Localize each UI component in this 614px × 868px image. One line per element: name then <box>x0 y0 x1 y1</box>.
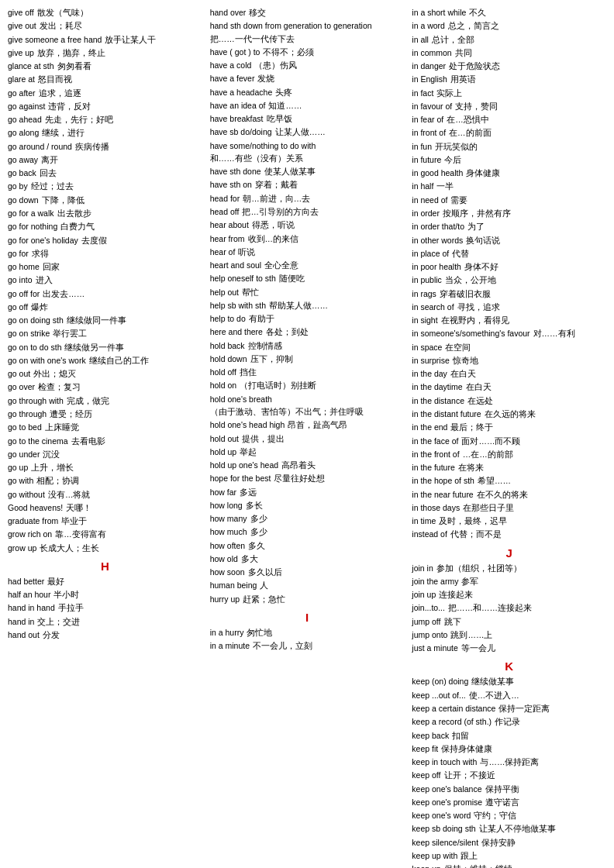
phrase-zh: 穿着；戴着 <box>255 178 298 191</box>
phrase-en: hold one's head high <box>210 418 285 431</box>
list-item: keep silence/silent保持安静 <box>412 836 606 849</box>
phrase-zh: 开玩笑似的 <box>435 140 478 153</box>
phrase-en: in a minute <box>210 639 250 652</box>
list-item: in place of代替 <box>412 247 606 260</box>
phrase-en: have a headache <box>210 86 273 98</box>
phrase-en: how long <box>210 499 243 512</box>
phrase-zh: 不久 <box>469 6 486 19</box>
list-item: in a hurry匆忙地 <box>210 626 405 639</box>
phrase-zh: 外出；熄灭 <box>33 367 76 380</box>
phrase-zh: 在不久的将来 <box>477 488 528 501</box>
phrase-zh: 发出；耗尽 <box>40 19 82 32</box>
phrase-zh: 代替 <box>452 247 469 260</box>
list-item: how much多少 <box>210 525 405 538</box>
phrase-zh: 去看电影 <box>71 435 105 447</box>
list-item: have a headache头疼 <box>210 86 405 98</box>
phrase-en: hold out <box>210 432 239 445</box>
list-item: go with相配；协调 <box>8 474 202 487</box>
list-item: go on strike举行罢工 <box>8 327 202 339</box>
phrase-zh: 昂首，趾高气昂 <box>288 418 347 431</box>
phrase-en: go ahead <box>8 113 42 126</box>
phrase-zh: 等一会儿 <box>461 642 495 654</box>
phrase-zh: （患）伤风 <box>254 59 297 71</box>
list-item: in those days在那些日子里 <box>412 501 606 514</box>
phrase-en: go away <box>8 153 38 166</box>
phrase-en: in the near future <box>412 488 473 501</box>
phrase-en: go into <box>8 274 33 286</box>
phrase-zh: 各处；到处 <box>266 326 309 338</box>
phrase-en: go on strike <box>8 327 50 339</box>
list-item: hold up举起 <box>210 446 405 458</box>
phrase-en: go on with one's work <box>8 354 86 367</box>
phrase-zh: 长成大人；生长 <box>40 542 99 554</box>
phrase-zh: 把……和……连接起来 <box>448 601 532 614</box>
list-item: have breakfast吃早饭 <box>210 112 405 125</box>
phrase-zh: 先走，先行；好吧 <box>45 113 113 126</box>
phrase-zh: 放弃，抛弃，终止 <box>37 46 105 59</box>
list-item: keep up with跟上 <box>412 849 606 862</box>
list-item: how long多长 <box>210 499 405 512</box>
phrase-zh: 共同 <box>455 46 472 59</box>
phrase-zh: 去度假 <box>81 234 107 246</box>
list-item: hold up one's head高昂着头 <box>210 459 405 471</box>
phrase-en: have a cold <box>210 59 252 71</box>
phrase-en: in fun <box>412 140 432 153</box>
phrase-zh: 交上；交进 <box>37 615 80 628</box>
phrase-en: go home <box>8 260 40 273</box>
list-item: keep one's promise遵守诺言 <box>412 796 606 808</box>
phrase-zh: 在视野内，看得见 <box>441 314 509 326</box>
phrase-en: keep back <box>412 729 449 742</box>
list-item: go around / round疾病传播 <box>8 140 202 153</box>
phrase-en: in fear of <box>412 113 443 126</box>
phrase-zh: 总计，全部 <box>432 33 474 46</box>
phrase-en: in danger <box>412 60 446 72</box>
list-item: go off爆炸 <box>8 301 202 313</box>
phrase-en: keep one's promise <box>412 796 482 808</box>
list-item: glance at sth匆匆看看 <box>8 60 202 72</box>
list-item: in the hope of sth希望…… <box>412 474 606 487</box>
phrase-en: go back <box>8 167 36 179</box>
list-item: hold on（打电话时）别挂断 <box>210 379 405 391</box>
phrase-zh: 把……一代一代传下去 <box>210 33 295 45</box>
phrase-zh: 下降，降低 <box>42 194 85 206</box>
phrase-en: go around / round <box>8 140 72 153</box>
phrase-zh: 使某人做某事 <box>264 165 316 177</box>
phrase-zh: 相配；协调 <box>36 474 79 487</box>
phrase-en: keep up with <box>412 849 457 862</box>
phrase-zh: 寻找，追求 <box>457 301 500 313</box>
phrase-zh: 保持；维持；继续 <box>444 863 512 868</box>
phrase-en: just a minute <box>412 642 458 654</box>
list-item: join the army参军 <box>412 575 606 587</box>
phrase-zh: 惊奇地 <box>453 354 478 367</box>
list-item: help oneself to sth随便吃 <box>210 272 405 284</box>
phrase-zh: 违背，反对 <box>48 100 91 112</box>
list-item: hurry up赶紧；急忙 <box>210 593 405 605</box>
phrase-zh: 换句话说 <box>466 234 500 246</box>
phrase-zh: 赶紧；急忙 <box>243 593 285 605</box>
list-item: go without没有…将就 <box>8 488 202 501</box>
phrase-zh: 不得不；必须 <box>263 46 314 58</box>
list-item: in space在空间 <box>412 341 606 353</box>
column-2: hand over移交hand sth down from generation… <box>210 6 405 868</box>
phrase-en: help sb with sth <box>210 299 266 312</box>
phrase-zh: 白费力气 <box>60 220 95 232</box>
list-item: keep sb doing sth让某人不停地做某事 <box>412 822 606 835</box>
list-item: have a cold（患）伤风 <box>210 59 405 71</box>
phrase-zh: 放手让某人干 <box>105 33 156 46</box>
phrase-zh: 在…的前面 <box>449 126 492 139</box>
list-item: go on with one's work继续自己的工作 <box>8 354 202 367</box>
phrase-en: how often <box>210 539 246 552</box>
phrase-zh: 及时，最终，迟早 <box>439 515 507 527</box>
phrase-zh: 多大 <box>241 553 258 565</box>
phrase-en: go on to do sth <box>8 341 61 353</box>
phrase-zh: 帮助某人做…… <box>269 299 328 312</box>
list-item: in fact实际上 <box>412 87 606 99</box>
phrase-en: go off <box>8 301 28 313</box>
list-item: in rags穿着破旧衣服 <box>412 288 606 300</box>
phrase-zh: 多少 <box>250 512 267 525</box>
list-item: jump onto跳到……上 <box>412 629 606 641</box>
list-item: hold one's breath（由于激动、害怕等）不出气；并住呼吸 <box>210 393 405 418</box>
phrase-en: hurry up <box>210 593 240 605</box>
phrase-en: hold up one's head <box>210 459 278 471</box>
list-item: in order按顺序，井然有序 <box>412 207 606 219</box>
